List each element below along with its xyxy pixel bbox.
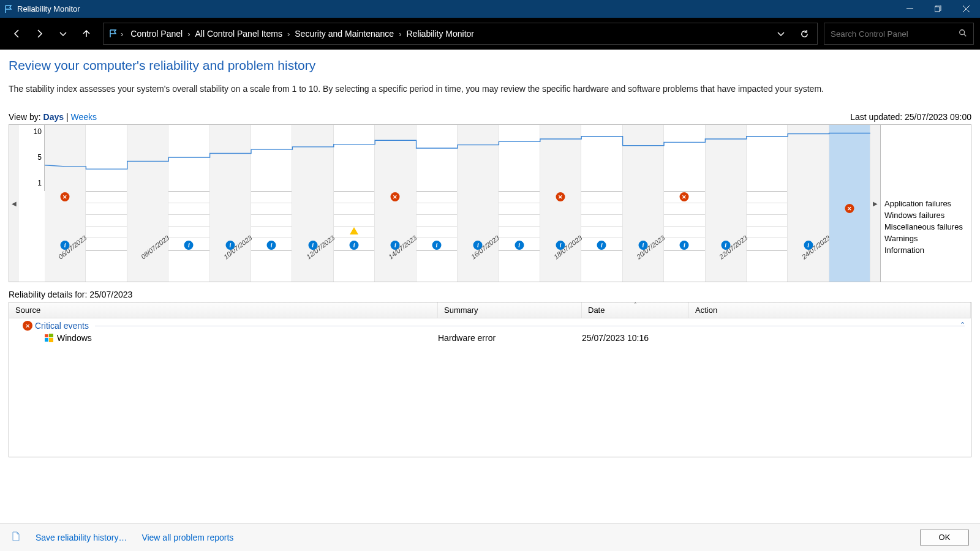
chart-day-column[interactable]: 06/07/2023	[45, 125, 86, 282]
chart-day-column[interactable]: 18/07/2023	[540, 125, 581, 282]
svg-rect-4	[49, 334, 53, 337]
search-input[interactable]	[831, 29, 941, 39]
chart-scroll-left[interactable]: ◀	[9, 125, 19, 282]
chevron-right-icon: ›	[399, 29, 401, 39]
chart-day-column[interactable]	[664, 125, 705, 282]
info-icon	[391, 241, 400, 250]
col-date[interactable]: Date˄	[582, 302, 689, 318]
ok-button[interactable]: OK	[920, 530, 969, 545]
chart-day-column[interactable]	[829, 125, 870, 282]
chart-day-column[interactable]	[334, 125, 375, 282]
group-critical-events[interactable]: Critical events ˄	[9, 318, 971, 332]
up-button[interactable]	[76, 23, 97, 44]
viewby: View by: Days | Weeks	[9, 112, 97, 122]
view-all-problem-reports[interactable]: View all problem reports	[141, 533, 233, 542]
details-header: Source Summary Date˄ Action	[9, 302, 971, 318]
breadcrumb-item[interactable]: Reliability Monitor	[401, 26, 478, 41]
viewby-weeks[interactable]: Weeks	[70, 112, 97, 122]
reliability-chart: ◀ 10 5 1 06/07/202308/07/202310/07/20231…	[9, 124, 971, 282]
error-icon	[680, 192, 689, 201]
footer: Save reliability history… View all probl…	[0, 523, 980, 551]
error-icon	[556, 192, 565, 201]
info-icon	[184, 241, 194, 250]
intro-text: The stability index assesses your system…	[9, 84, 971, 94]
chart-day-column[interactable]	[417, 125, 458, 282]
breadcrumb-item[interactable]: Security and Maintenance	[290, 26, 399, 41]
document-icon	[11, 531, 21, 543]
minimize-button[interactable]	[895, 0, 924, 18]
chart-day-column[interactable]	[747, 125, 788, 282]
close-button[interactable]	[952, 0, 980, 18]
back-button[interactable]	[6, 23, 27, 44]
chart-day-column[interactable]: 16/07/2023	[458, 125, 499, 282]
chart-day-column[interactable]: 08/07/2023	[127, 125, 168, 282]
chart-yaxis: 10 5 1	[19, 125, 45, 191]
col-summary[interactable]: Summary	[438, 302, 582, 318]
svg-rect-1	[935, 7, 940, 12]
svg-rect-3	[45, 334, 48, 337]
info-icon	[225, 241, 235, 250]
chart-day-column[interactable]: 14/07/2023	[375, 125, 416, 282]
info-icon	[556, 241, 565, 250]
chart-day-column[interactable]: 20/07/2023	[623, 125, 664, 282]
info-icon	[267, 241, 276, 250]
error-icon	[23, 321, 32, 331]
titlebar: Reliability Monitor	[0, 0, 980, 18]
chevron-right-icon: ›	[287, 29, 290, 39]
chart-day-column[interactable]: 12/07/2023	[292, 125, 333, 282]
chart-day-column[interactable]	[499, 125, 540, 282]
breadcrumb-item[interactable]: Control Panel	[126, 26, 187, 41]
event-row[interactable]: WindowsHardware error25/07/2023 10:16	[9, 332, 971, 344]
chart-day-column[interactable]	[581, 125, 622, 282]
chevron-up-icon: ˄	[960, 321, 965, 331]
details-list: Source Summary Date˄ Action Critical eve…	[9, 302, 971, 457]
chart-day-column[interactable]: 10/07/2023	[210, 125, 251, 282]
legend-row: Miscellaneous failures	[884, 221, 968, 233]
svg-point-2	[960, 29, 965, 34]
windows-icon	[45, 334, 53, 342]
page-title: Review your computer's reliability and p…	[9, 58, 971, 73]
chart-day-column[interactable]: 22/07/2023	[706, 125, 747, 282]
chart-day-column[interactable]	[168, 125, 209, 282]
maximize-button[interactable]	[924, 0, 952, 18]
col-action[interactable]: Action	[689, 302, 971, 318]
chart-day-column[interactable]	[251, 125, 292, 282]
details-title: Reliability details for: 25/07/2023	[9, 290, 971, 299]
info-icon	[597, 241, 606, 250]
info-icon	[350, 241, 359, 250]
forward-button[interactable]	[29, 23, 50, 44]
recent-dropdown[interactable]	[53, 23, 74, 44]
viewby-days[interactable]: Days	[43, 112, 64, 122]
error-icon	[845, 204, 854, 213]
chevron-right-icon: ›	[121, 29, 123, 39]
info-icon	[514, 241, 524, 250]
address-dropdown[interactable]	[771, 23, 791, 44]
info-icon	[61, 241, 70, 250]
search-box[interactable]	[824, 23, 974, 45]
chart-day-column[interactable]: 24/07/2023	[788, 125, 829, 282]
info-icon	[680, 241, 689, 250]
navbar: › Control Panel›All Control Panel Items›…	[0, 18, 980, 50]
breadcrumb-item[interactable]: All Control Panel Items	[190, 26, 287, 41]
flag-icon	[108, 29, 118, 39]
refresh-button[interactable]	[794, 23, 815, 44]
chart-scroll-right[interactable]: ▶	[870, 125, 880, 282]
window-title: Reliability Monitor	[17, 4, 80, 13]
chevron-right-icon: ›	[187, 29, 190, 39]
search-icon[interactable]	[959, 29, 967, 39]
legend-row: Warnings	[884, 233, 968, 244]
chart-date-label: 08/07/2023	[140, 234, 171, 260]
legend-row: Windows failures	[884, 209, 968, 221]
info-icon	[432, 241, 441, 250]
save-reliability-history[interactable]: Save reliability history…	[36, 533, 127, 542]
error-icon	[391, 192, 400, 201]
info-icon	[308, 241, 317, 250]
chart-legend: Application failuresWindows failuresMisc…	[880, 125, 971, 282]
address-bar[interactable]: › Control Panel›All Control Panel Items›…	[103, 23, 818, 45]
content: Review your computer's reliability and p…	[0, 50, 980, 523]
chart-day-column[interactable]	[86, 125, 127, 282]
info-icon	[473, 241, 483, 250]
svg-rect-5	[45, 338, 48, 342]
warning-icon	[350, 227, 358, 234]
col-source[interactable]: Source	[9, 302, 438, 318]
